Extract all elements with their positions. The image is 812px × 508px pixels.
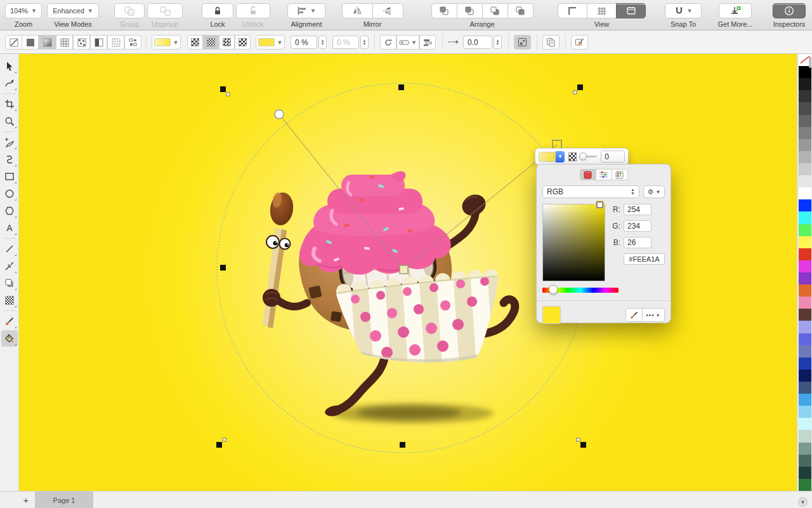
color-swatch[interactable] bbox=[799, 309, 811, 321]
color-swatch-dropdown[interactable]: ▼ bbox=[256, 35, 285, 50]
gradient-stop-dropdown[interactable]: ▼ bbox=[556, 151, 565, 163]
tool-zoom[interactable] bbox=[1, 113, 18, 130]
color-swatch[interactable] bbox=[799, 284, 811, 297]
tool-rectangle[interactable] bbox=[1, 168, 18, 185]
swatch-more-button[interactable]: ▼ bbox=[798, 497, 808, 507]
fill-half-button[interactable] bbox=[90, 35, 107, 50]
rotate-gradient-button[interactable] bbox=[380, 35, 396, 50]
fill-opacity-field[interactable]: 0 % bbox=[291, 36, 317, 49]
send-to-back-button[interactable] bbox=[508, 3, 534, 18]
fill-mesh-button[interactable] bbox=[107, 35, 124, 50]
fill-pattern-button[interactable] bbox=[124, 35, 141, 50]
mirror-vertical-button[interactable] bbox=[372, 3, 403, 18]
tool-eyedropper[interactable] bbox=[1, 313, 18, 330]
color-swatch[interactable] bbox=[799, 370, 811, 382]
inspectors-button[interactable]: i bbox=[773, 3, 806, 18]
fill-gradient-button[interactable] bbox=[39, 35, 56, 50]
color-swatch[interactable] bbox=[799, 260, 811, 272]
color-swatch[interactable] bbox=[799, 163, 811, 175]
lock-button[interactable] bbox=[202, 3, 233, 18]
color-swatch[interactable] bbox=[799, 345, 811, 358]
stroke-opacity-field[interactable]: 0 % bbox=[332, 36, 359, 49]
swatch-scrollbar[interactable] bbox=[809, 57, 811, 68]
fill-none-button[interactable] bbox=[5, 35, 22, 50]
color-settings-button[interactable]: ⚙ ▼ bbox=[643, 185, 665, 198]
color-swatch[interactable] bbox=[799, 358, 811, 370]
tool-knife[interactable] bbox=[1, 258, 18, 274]
color-model-select[interactable]: RGB ▲▼ bbox=[542, 185, 639, 198]
color-swatch[interactable] bbox=[799, 479, 811, 491]
saturation-brightness-field[interactable] bbox=[542, 204, 605, 281]
stop-position-field[interactable]: 0 bbox=[601, 150, 625, 163]
fill-noise-button[interactable] bbox=[73, 35, 90, 50]
stroke-opacity-stepper[interactable]: ▲▼ bbox=[360, 36, 369, 49]
gradient-start-handle[interactable] bbox=[275, 110, 284, 119]
color-swatch[interactable] bbox=[799, 224, 811, 236]
color-swatch[interactable] bbox=[799, 175, 811, 187]
group-button[interactable] bbox=[114, 3, 145, 18]
color-swatch[interactable] bbox=[799, 199, 811, 211]
color-swatch[interactable] bbox=[799, 248, 811, 260]
tool-crop[interactable] bbox=[1, 96, 18, 112]
mirror-horizontal-button[interactable] bbox=[342, 3, 373, 18]
page-tab[interactable]: Page 1 bbox=[35, 491, 93, 508]
opacity-checker-icon[interactable] bbox=[568, 152, 577, 161]
fill-solid-button[interactable] bbox=[22, 35, 39, 50]
tab-color-swatch[interactable] bbox=[580, 169, 596, 180]
gradient-stop-swatch[interactable] bbox=[539, 152, 556, 162]
snap-to-dropdown[interactable]: ▼ bbox=[665, 3, 702, 18]
color-swatch[interactable] bbox=[799, 272, 811, 284]
color-swatch[interactable] bbox=[799, 455, 811, 467]
copy-style-button[interactable] bbox=[542, 35, 560, 50]
zoom-dropdown[interactable]: 104% ▼ bbox=[5, 3, 42, 18]
tool-text[interactable]: A bbox=[1, 220, 18, 236]
tool-draw[interactable] bbox=[1, 134, 18, 150]
opacity-pattern-4-button[interactable] bbox=[235, 35, 251, 50]
tool-fill-bucket[interactable] bbox=[1, 330, 18, 347]
color-swatch[interactable] bbox=[799, 443, 811, 455]
opacity-pattern-1-button[interactable] bbox=[187, 35, 203, 50]
color-swatch[interactable] bbox=[799, 151, 811, 163]
color-swatch[interactable] bbox=[799, 430, 811, 442]
tool-pattern[interactable] bbox=[1, 292, 18, 309]
style-picker-button[interactable] bbox=[571, 35, 588, 50]
color-swatch[interactable] bbox=[799, 406, 811, 418]
color-swatch[interactable] bbox=[799, 102, 811, 114]
color-swatch[interactable] bbox=[799, 382, 811, 394]
tool-polygon[interactable] bbox=[1, 203, 18, 219]
tab-color-sliders[interactable] bbox=[596, 169, 612, 180]
slider-knob[interactable] bbox=[579, 152, 587, 160]
hue-slider-knob[interactable] bbox=[549, 285, 558, 294]
gradient-center-handle[interactable] bbox=[400, 265, 408, 274]
stroke-width-stepper[interactable]: ▲▼ bbox=[494, 36, 502, 49]
bring-forward-button[interactable] bbox=[457, 3, 483, 18]
color-swatch[interactable] bbox=[799, 297, 811, 309]
bring-to-front-button[interactable] bbox=[431, 3, 457, 18]
hue-slider[interactable] bbox=[542, 288, 619, 293]
current-color-swatch[interactable] bbox=[542, 306, 561, 324]
alignment-dropdown[interactable]: ▼ bbox=[287, 3, 325, 18]
fill-opacity-stepper[interactable]: ▲▼ bbox=[318, 36, 327, 49]
color-swatch[interactable] bbox=[799, 187, 811, 199]
color-swatch[interactable] bbox=[799, 236, 811, 248]
g-field[interactable]: 234 bbox=[624, 220, 652, 232]
scale-options-button[interactable] bbox=[514, 35, 531, 50]
tool-curve[interactable] bbox=[1, 151, 18, 168]
color-swatch[interactable] bbox=[799, 333, 811, 345]
color-swatch[interactable] bbox=[799, 211, 811, 224]
ungroup-button[interactable] bbox=[147, 3, 183, 18]
b-field[interactable]: 26 bbox=[624, 237, 652, 248]
reverse-gradient-button[interactable] bbox=[419, 35, 436, 50]
canvas[interactable]: ▼ 0 bbox=[19, 54, 797, 491]
unlock-button[interactable] bbox=[236, 3, 270, 18]
color-swatch[interactable] bbox=[799, 127, 811, 139]
add-page-button[interactable]: + bbox=[18, 491, 34, 508]
opacity-pattern-2-button[interactable] bbox=[203, 35, 219, 50]
fill-grid-button[interactable] bbox=[56, 35, 73, 50]
color-swatch[interactable] bbox=[799, 418, 811, 430]
color-swatch[interactable] bbox=[799, 115, 811, 127]
tool-line[interactable] bbox=[1, 241, 18, 257]
stroke-width-field[interactable]: 0.0 bbox=[463, 36, 492, 49]
tool-select[interactable] bbox=[1, 58, 18, 74]
r-field[interactable]: 254 bbox=[624, 204, 652, 215]
